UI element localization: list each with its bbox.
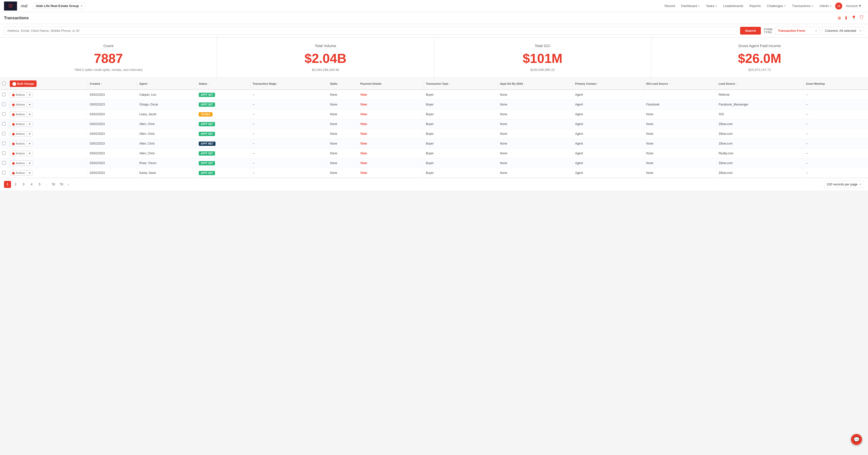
actions-button-0[interactable]: ⬤ Actions <box>10 92 27 97</box>
row-select-3[interactable] <box>2 122 5 125</box>
page-1[interactable]: 1 <box>4 181 11 188</box>
actions-dropdown-5[interactable]: ▼ <box>27 141 33 146</box>
page-79[interactable]: 79 <box>58 181 65 188</box>
download-icon[interactable]: ⬇ <box>844 15 848 21</box>
location-icon[interactable]: 📍 <box>851 15 857 21</box>
row-status-7: APPT SET <box>197 158 251 168</box>
row-select-7[interactable] <box>2 161 5 165</box>
payment-view-link-3[interactable]: View <box>360 122 367 126</box>
actions-dropdown-7[interactable]: ▼ <box>27 161 33 166</box>
row-primary-contact-5: Agent <box>573 139 644 149</box>
th-transaction-stage[interactable]: Transaction Stage ↕ <box>251 78 328 90</box>
page-next-arrow[interactable]: › <box>66 181 71 187</box>
form-type-select[interactable]: Transaction Form <box>775 27 820 35</box>
actions-dropdown-0[interactable]: ▼ <box>27 92 33 97</box>
group-selector[interactable]: Utah Life Real Estate Group ▼ <box>33 3 86 9</box>
actions-dropdown-3[interactable]: ▼ <box>27 121 33 127</box>
actions-button-4[interactable]: ⬤ Actions <box>10 131 27 137</box>
group-name: Utah Life Real Estate Group <box>36 4 79 8</box>
table-row: ⬤ Actions ▼ 03/02/2023 Ortega, Oscar APP… <box>0 100 868 110</box>
actions-button-3[interactable]: ⬤ Actions <box>10 121 27 127</box>
row-select-1[interactable] <box>2 103 5 106</box>
columns-select[interactable]: Columns: All selected <box>822 27 864 35</box>
search-button[interactable]: Search <box>740 27 761 35</box>
status-badge-5: APPT MET <box>199 142 216 146</box>
payment-view-link-1[interactable]: View <box>360 103 367 106</box>
records-per-page-select[interactable]: 100 records per page <box>824 181 864 188</box>
nav-reports[interactable]: Reports <box>747 2 764 9</box>
payment-view-link-7[interactable]: View <box>360 161 367 165</box>
transactions-arrow: ▼ <box>811 5 813 7</box>
row-created-7: 03/02/2023 <box>88 158 137 168</box>
stat-gci-label: Total GCI <box>442 44 643 48</box>
page-4[interactable]: 4 <box>28 181 35 188</box>
payment-view-link-5[interactable]: View <box>360 142 367 145</box>
challenges-arrow: ▼ <box>784 5 786 7</box>
actions-dropdown-4[interactable]: ▼ <box>27 131 33 137</box>
search-input[interactable] <box>4 27 737 35</box>
nav-dashboard[interactable]: Dashboard▼ <box>679 2 703 9</box>
th-isa-lead-source[interactable]: ISA Lead Source ↕ <box>644 78 716 90</box>
nav-leaderboards[interactable]: Leaderboards <box>721 2 746 9</box>
row-select-4[interactable] <box>2 132 5 135</box>
payment-view-link-6[interactable]: View <box>360 151 367 155</box>
nav-account[interactable]: Account▼ <box>843 2 864 9</box>
table-row: ⬤ Actions ▼ 03/02/2023 Allen, Chris APPT… <box>0 119 868 129</box>
row-stage-4: -- <box>251 129 328 139</box>
add-icon[interactable]: ⊕ <box>837 15 841 21</box>
th-appt-set-by[interactable]: Appt Set By (ISA) ↕ <box>498 78 573 90</box>
stat-count-sub: 7865.0 (after credit splits, rentals, an… <box>8 68 209 72</box>
payment-view-link-2[interactable]: View <box>360 113 367 116</box>
select-all-checkbox[interactable] <box>2 82 5 85</box>
actions-button-6[interactable]: ⬤ Actions <box>10 150 27 156</box>
actions-button-1[interactable]: ⬤ Actions <box>10 102 27 107</box>
actions-dropdown-2[interactable]: ▼ <box>27 112 33 117</box>
row-select-0[interactable] <box>2 93 5 96</box>
actions-button-2[interactable]: ⬤ Actions <box>10 112 27 117</box>
stat-volume-label: Total Volume <box>225 44 426 48</box>
actions-group-1: ⬤ Actions ▼ <box>10 102 86 107</box>
row-status-3: APPT SET <box>197 119 251 129</box>
actions-button-7[interactable]: ⬤ Actions <box>10 160 27 166</box>
page-78[interactable]: 78 <box>50 181 57 188</box>
nav-admin[interactable]: Admin▼ <box>817 2 834 9</box>
actions-dropdown-1[interactable]: ▼ <box>27 102 33 107</box>
payment-view-link-4[interactable]: View <box>360 132 367 136</box>
nav-avatar[interactable]: 11 <box>835 2 842 9</box>
nav-record[interactable]: Record <box>662 2 678 9</box>
form-type-label: FORM TYPE: <box>764 28 773 34</box>
stat-gci-value: $101M <box>442 52 643 65</box>
payment-view-link-8[interactable]: View <box>360 171 367 175</box>
row-select-6[interactable] <box>2 151 5 155</box>
payment-view-link-0[interactable]: View <box>360 93 367 96</box>
filter-icon[interactable]: ⛉ <box>860 15 864 21</box>
bulk-change-button[interactable]: ⬤ Bulk Change <box>10 80 36 87</box>
th-transaction-type[interactable]: Transaction Type ↕ <box>424 78 498 90</box>
actions-dropdown-6[interactable]: ▼ <box>27 151 33 156</box>
row-select-2[interactable] <box>2 112 5 116</box>
nav-challenges[interactable]: Challenges▼ <box>764 2 789 9</box>
page-3[interactable]: 3 <box>20 181 27 188</box>
nav-links: Record Dashboard▼ Tasks▼ Leaderboards Re… <box>662 2 864 9</box>
row-select-8[interactable] <box>2 171 5 174</box>
top-nav: UTAHLIFE real Utah Life Real Estate Grou… <box>0 0 868 12</box>
page-2[interactable]: 2 <box>12 181 19 188</box>
actions-button-5[interactable]: ⬤ Actions <box>10 141 27 146</box>
th-primary-contact[interactable]: Primary Contact ↕ <box>573 78 644 90</box>
row-select-5[interactable] <box>2 142 5 145</box>
row-status-6: APPT SET <box>197 149 251 158</box>
nav-tasks[interactable]: Tasks▼ <box>704 2 720 9</box>
row-created-8: 03/02/2023 <box>88 168 137 178</box>
page-5[interactable]: 5 <box>36 181 43 188</box>
actions-button-8[interactable]: ⬤ Actions <box>10 170 27 176</box>
th-created[interactable]: Created ↕ <box>88 78 137 90</box>
th-status[interactable]: Status ↕ <box>197 78 251 90</box>
th-agent[interactable]: Agent ↕ <box>137 78 197 90</box>
th-zoom-meeting[interactable]: Zoom Meeting ↕ <box>804 78 868 90</box>
actions-dropdown-8[interactable]: ▼ <box>27 170 33 176</box>
nav-transactions[interactable]: Transactions▼ <box>790 2 816 9</box>
page-ellipsis: ... <box>44 182 49 186</box>
row-splits-0: None <box>328 90 358 100</box>
row-zoom-6: -- <box>804 149 868 158</box>
th-lead-source[interactable]: Lead Source ↕ <box>717 78 804 90</box>
